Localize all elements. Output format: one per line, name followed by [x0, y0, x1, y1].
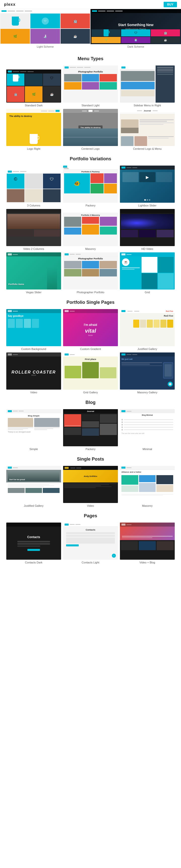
pages-contacts-light: Contacts +: [63, 523, 118, 560]
thumb-sidebar-right[interactable]: Sidebar Menu in Right: [120, 65, 175, 107]
thumb-standard-light[interactable]: Photographer Portfolio Standard Light: [63, 65, 118, 107]
photographer-grid: [63, 74, 118, 90]
say-goodbye-mock: Say goodbye: [6, 309, 61, 346]
thumb-standard-light-label: Standard Light: [81, 104, 100, 107]
thumb-custom-background-img: Say goodbye: [6, 309, 61, 346]
red-five-top: Red Five: [120, 309, 175, 313]
thumb-standard-dark[interactable]: 🛡 🤖 🌿 ☕ Standard Dark: [6, 65, 61, 107]
thumb-post-justified[interactable]: Don't be too proud Justified Gallery: [6, 466, 61, 507]
thumb-3-columns-img: © 🛡: [6, 165, 61, 203]
masonry-port-col-1: [64, 217, 81, 235]
thumb-custom-background-label: Custom Background: [21, 347, 46, 350]
pages-title: Pages: [0, 507, 181, 523]
lightbox-top: [120, 165, 175, 169]
red-five-nav-label: Red Five: [166, 310, 173, 312]
hero-section: 🛡 🤖 🌿 🍶 ☕: [0, 9, 181, 44]
thumb-centered-logo-menu[interactable]: Journal Journal: [120, 109, 175, 150]
thumb-grid[interactable]: ☕ Grid: [120, 252, 175, 294]
thumb-contacts-light-img: Contacts +: [63, 523, 118, 560]
thumb-contacts-dark[interactable]: Contacts Contacts Dark: [6, 523, 61, 564]
thumb-photographer-portfolio[interactable]: Photographer Portfolio Photographer Port…: [63, 252, 118, 294]
thumb-video-blog-img: [120, 523, 175, 560]
hd-video-content: [120, 213, 175, 238]
thumb-contacts-dark-label: Contacts Dark: [25, 561, 43, 564]
thumb-blog-packery-label: Packery: [85, 447, 96, 451]
blog-minimal-mock: Blog Minimal: [120, 409, 175, 446]
thumb-3-columns-label: 3 Columns: [27, 204, 41, 207]
blog-packery-mock: Journal: [63, 409, 118, 446]
thumb-centered-logo-label: Centered Logo: [81, 147, 100, 150]
thumb-grid-gallery[interactable]: First place Grid Gallery: [63, 352, 118, 394]
bottom-space: [0, 564, 181, 572]
thumb-grid-gallery-img: First place: [63, 352, 118, 390]
say-goodbye-content: Say goodbye: [6, 313, 61, 330]
hd-video-mock: [120, 209, 175, 246]
blog-minimal-row-2: [122, 422, 173, 423]
masonry-port-mock: Portfolio 3 Masonry: [63, 209, 118, 246]
blog-theory-text: Theory is our strongest asset: [6, 430, 61, 434]
packery-grid: 🐠: [63, 173, 118, 193]
blog-minimal-row-5: [122, 429, 173, 431]
thumb-blog-minimal-img: Blog Minimal: [120, 409, 175, 446]
thumb-vegas-slider[interactable]: Portfolio items Vegas Slider: [6, 252, 61, 294]
thumb-video-page-img: ROLLER COASTER INDIA: [6, 352, 61, 390]
thumb-video-2-columns-img: [6, 209, 61, 246]
thumb-lightbox-slider[interactable]: ▶ Lightbox Slider: [120, 165, 175, 207]
thumb-centered-logo[interactable]: The ability to destroy Centered Logo: [63, 109, 118, 150]
thumb-masonry-label: Masonry: [85, 247, 96, 250]
menu-types-title: Menu Types: [0, 50, 181, 65]
masonry-port-content: [63, 217, 118, 235]
portfolio-variations-title: Portfolio Variations: [0, 150, 181, 165]
thumb-grid-gallery-label: Grid Gallery: [83, 391, 98, 394]
thumb-blog-minimal[interactable]: Blog Minimal: [120, 409, 175, 451]
pages-video-blog: [120, 523, 175, 560]
we-just-call-logo-badge: 🛡: [168, 381, 173, 386]
thumb-blog-simple-img: Blog Simple Theory is our: [6, 409, 61, 446]
thumb-standard-dark-label: Standard Dark: [25, 104, 43, 107]
thumb-contacts-light[interactable]: Contacts + Contacts Light: [63, 523, 118, 564]
portfolio-single-pages-title: Portfolio Single Pages: [0, 294, 181, 309]
thumb-blog-packery-img: Journal: [63, 409, 118, 446]
post-masonry-title: Alliance and a traitor: [120, 470, 175, 474]
thumb-video-2-columns[interactable]: Video 2 Columns: [6, 209, 61, 250]
centered-logo-mock: The ability to destroy: [63, 109, 118, 146]
post-video-content: [63, 483, 118, 489]
thumb-video-page[interactable]: ROLLER COASTER INDIA Video: [6, 352, 61, 394]
thumb-photographer-portfolio-label: Photographer Portfolio: [77, 291, 104, 294]
blog-minimal-content: The are the ones who are left: [120, 417, 175, 437]
thumb-lightbox-slider-label: Lightbox Slider: [138, 204, 157, 207]
buy-button[interactable]: BUY: [164, 2, 177, 7]
packery-mock: Portfolio 6 Packery 🐠: [63, 165, 118, 203]
thumb-3-columns[interactable]: © 🛡 3 Columns: [6, 165, 61, 207]
thumb-custom-gradient[interactable]: I'm afraid vital book Custom Gradient: [63, 309, 118, 350]
blog-minimal-row-4: [122, 427, 173, 428]
thumb-post-masonry[interactable]: Alliance and a traitor: [120, 466, 175, 507]
hd-video-main: [121, 214, 174, 229]
thumb-masonry-gallery[interactable]: We just call 🛡: [120, 352, 175, 394]
hero-light-label: Light Scheme: [0, 44, 90, 50]
blog-packery-col-1: [64, 414, 81, 436]
video2-sub: [7, 229, 60, 237]
thumb-vegas-slider-img: Portfolio items: [6, 252, 61, 289]
we-just-call-top: [120, 352, 175, 356]
thumb-centered-logo-menu-img: Journal Journal: [120, 109, 175, 146]
video2-content: [6, 213, 61, 238]
thumb-post-video[interactable]: Andy Griffiths Video: [63, 466, 118, 507]
roller-coaster-text: ROLLER COASTER: [11, 370, 56, 374]
thumb-packery[interactable]: Portfolio 6 Packery 🐠 Packery: [63, 165, 118, 207]
thumb-blog-simple[interactable]: Blog Simple Theory is our: [6, 409, 61, 451]
thumb-custom-background[interactable]: Say goodbye Custom Background: [6, 309, 61, 350]
blog-simple-blog-title: Blog Simple: [6, 413, 61, 418]
thumb-hd-video[interactable]: HD Video: [120, 209, 175, 250]
post-justified-top: [6, 466, 61, 470]
blog-minimal-top: [120, 409, 175, 413]
thumb-video-blog[interactable]: Video + Blog: [120, 523, 175, 564]
thumb-masonry-gallery-img: We just call 🛡: [120, 352, 175, 390]
thumb-blog-packery[interactable]: Journal: [63, 409, 118, 451]
thumb-justified-gallery[interactable]: Red Five Red Five Justified Gallery: [120, 309, 175, 350]
thumb-logo-right[interactable]: The ability to destroy Logo Right: [6, 109, 61, 150]
thumb-logo-right-label: Logo Right: [27, 147, 40, 150]
thumb-masonry[interactable]: Portfolio 3 Masonry Ma: [63, 209, 118, 250]
blog-post-card-1: [8, 418, 33, 430]
first-place-top: [63, 352, 118, 356]
